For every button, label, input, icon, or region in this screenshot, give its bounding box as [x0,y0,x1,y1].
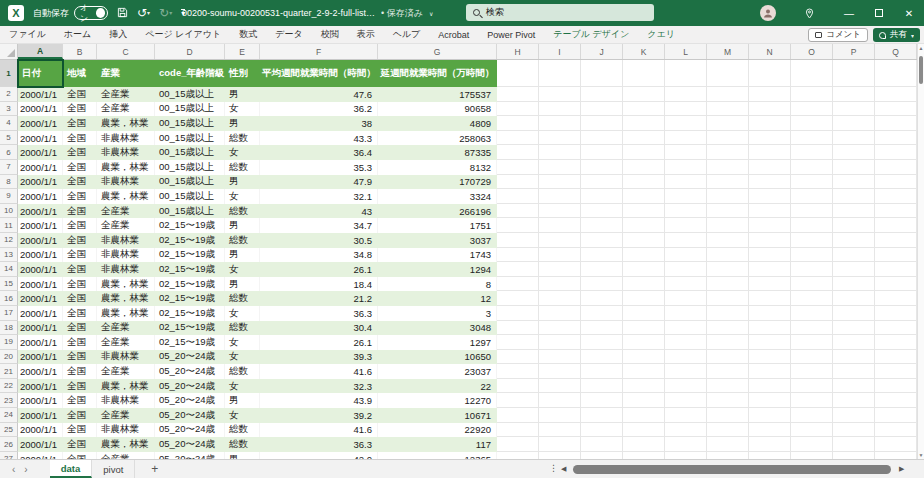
row-header-11[interactable]: 11 [0,218,18,233]
ribbon-tab-6[interactable]: 校閲 [312,26,348,43]
cell-J14[interactable] [581,262,623,277]
cell-G26[interactable]: 117 [378,437,497,452]
cell-P27[interactable] [833,452,875,459]
cell-F5[interactable]: 43.3 [260,131,378,146]
cell-K8[interactable] [623,175,665,190]
cell-A16[interactable]: 2000/1/1 [18,291,63,306]
cell-G4[interactable]: 4809 [378,116,497,131]
cell-H1[interactable] [497,60,539,87]
cell-G9[interactable]: 3324 [378,189,497,204]
cell-A5[interactable]: 2000/1/1 [18,131,63,146]
cell-I19[interactable] [539,335,581,350]
cell-J1[interactable] [581,60,623,87]
cell-L8[interactable] [665,175,707,190]
cell-E12[interactable]: 総数 [225,233,260,248]
cell-Q25[interactable] [875,423,917,438]
cell-Q16[interactable] [875,291,917,306]
cell-F13[interactable]: 34.8 [260,248,378,263]
cell-G10[interactable]: 266196 [378,204,497,219]
cell-G16[interactable]: 12 [378,291,497,306]
cell-G13[interactable]: 1743 [378,248,497,263]
cell-J4[interactable] [581,116,623,131]
cell-P14[interactable] [833,262,875,277]
cell-J3[interactable] [581,102,623,117]
cell-B14[interactable]: 全国 [63,262,97,277]
cell-C14[interactable]: 非農林業 [97,262,155,277]
cell-L24[interactable] [665,408,707,423]
cell-L1[interactable] [665,60,707,87]
cell-M20[interactable] [707,350,749,365]
cell-N16[interactable] [749,291,791,306]
cell-J8[interactable] [581,175,623,190]
table-header-cell-G1[interactable]: 延週間就業時間（万時間） [378,60,497,87]
cell-D19[interactable]: 02_15〜19歳 [155,335,225,350]
cell-B23[interactable]: 全国 [63,393,97,408]
cell-M14[interactable] [707,262,749,277]
cell-H12[interactable] [497,233,539,248]
cell-M11[interactable] [707,218,749,233]
ribbon-tab-2[interactable]: 挿入 [100,26,136,43]
cell-F2[interactable]: 47.6 [260,87,378,102]
cell-O12[interactable] [791,233,833,248]
row-header-7[interactable]: 7 [0,160,18,175]
cell-A25[interactable]: 2000/1/1 [18,423,63,438]
cell-F17[interactable]: 36.3 [260,306,378,321]
cell-E8[interactable]: 男 [225,175,260,190]
cell-Q8[interactable] [875,175,917,190]
cell-F8[interactable]: 47.9 [260,175,378,190]
cell-N3[interactable] [749,102,791,117]
cell-L3[interactable] [665,102,707,117]
cell-B19[interactable]: 全国 [63,335,97,350]
cell-J12[interactable] [581,233,623,248]
cell-D7[interactable]: 00_15歳以上 [155,160,225,175]
cell-G8[interactable]: 170729 [378,175,497,190]
cell-N13[interactable] [749,248,791,263]
cell-F11[interactable]: 34.7 [260,218,378,233]
cell-L27[interactable] [665,452,707,459]
column-header-I[interactable]: I [539,44,581,59]
cell-C2[interactable]: 全産業 [97,87,155,102]
cell-P12[interactable] [833,233,875,248]
cell-D3[interactable]: 00_15歳以上 [155,102,225,117]
cell-C21[interactable]: 全産業 [97,364,155,379]
cell-Q7[interactable] [875,160,917,175]
cell-M22[interactable] [707,379,749,394]
cell-O20[interactable] [791,350,833,365]
redo-button[interactable]: ↻▾ [159,7,172,19]
table-header-cell-F1[interactable]: 平均週間就業時間（時間） [260,60,378,87]
cell-B16[interactable]: 全国 [63,291,97,306]
cell-M27[interactable] [707,452,749,459]
table-header-cell-C1[interactable]: 産業 [97,60,155,87]
cell-M6[interactable] [707,145,749,160]
cell-F4[interactable]: 38 [260,116,378,131]
cell-P22[interactable] [833,379,875,394]
cell-L11[interactable] [665,218,707,233]
table-header-cell-D1[interactable]: code_年齢階級 [155,60,225,87]
cell-L26[interactable] [665,437,707,452]
cell-G24[interactable]: 10671 [378,408,497,423]
cell-L5[interactable] [665,131,707,146]
cell-F10[interactable]: 43 [260,204,378,219]
cell-G3[interactable]: 90658 [378,102,497,117]
cell-H24[interactable] [497,408,539,423]
sheet-tab-pivot[interactable]: pivot [92,460,135,478]
cell-P15[interactable] [833,277,875,292]
cell-O3[interactable] [791,102,833,117]
cell-B15[interactable]: 全国 [63,277,97,292]
cell-O22[interactable] [791,379,833,394]
cell-A3[interactable]: 2000/1/1 [18,102,63,117]
cell-E4[interactable]: 男 [225,116,260,131]
ribbon-tab-5[interactable]: データ [266,26,311,43]
cell-N6[interactable] [749,145,791,160]
cell-I23[interactable] [539,393,581,408]
cell-F9[interactable]: 32.1 [260,189,378,204]
cell-P11[interactable] [833,218,875,233]
column-header-B[interactable]: B [63,44,97,59]
cell-G12[interactable]: 3037 [378,233,497,248]
cell-B27[interactable]: 全国 [63,452,97,459]
cell-A20[interactable]: 2000/1/1 [18,350,63,365]
cell-I15[interactable] [539,277,581,292]
cell-C11[interactable]: 全産業 [97,218,155,233]
cell-I20[interactable] [539,350,581,365]
cell-J16[interactable] [581,291,623,306]
